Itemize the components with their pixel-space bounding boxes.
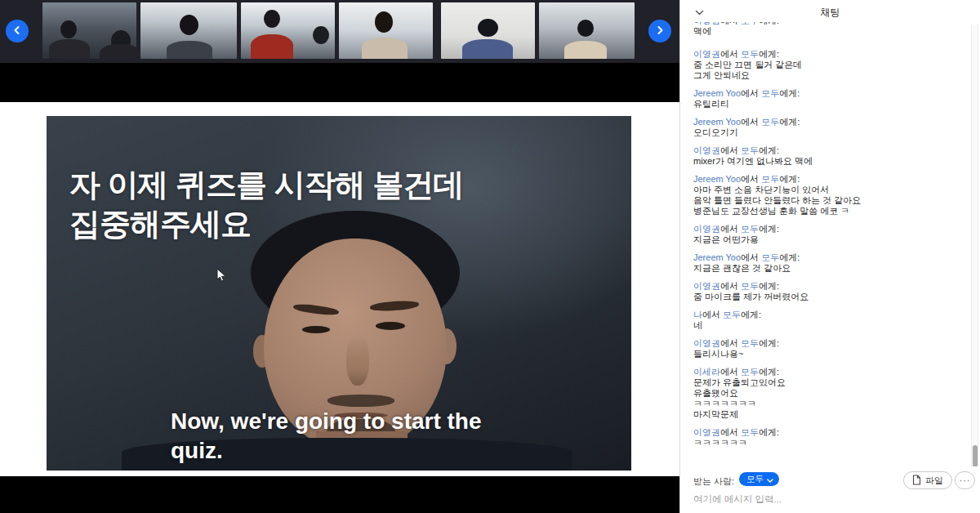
chat-message-header: Jereem Yoo에서 모두에게:	[693, 174, 955, 185]
chat-message-header: 이영권에서 모두에게:	[693, 145, 955, 156]
shared-screen-area: 자 이제 퀴즈를 시작해 볼건데 집중해주세요 Now, we're going…	[0, 102, 679, 476]
actor-eye-left	[302, 326, 330, 333]
chat-message: 이영권에서 모두에게:들리시나용~	[693, 338, 955, 359]
subtitle-korean-line1: 자 이제 퀴즈를 시작해 볼건데	[69, 165, 463, 204]
chat-message-input[interactable]	[693, 494, 938, 504]
chat-message-text: 줌 마이크를 제가 꺼버렸어요	[693, 292, 955, 302]
file-attach-button[interactable]: 파일	[903, 471, 952, 489]
sender-name: Jereem Yoo	[693, 88, 741, 98]
chat-header: 채팅	[680, 0, 980, 22]
chat-message-text: 병준님도 교장선생님 훈화 말씀 에코 ㅋ	[693, 206, 955, 216]
chat-footer: 받는 사람: 모두 파일 ···	[680, 466, 980, 513]
chat-panel: 채팅 이영권에서 모두에게:맥에이영권에서 모두에게:줌 소리만 끄면 될거 같…	[679, 0, 980, 513]
mouse-cursor	[216, 268, 227, 286]
zoom-meeting-window: 자 이제 퀴즈를 시작해 볼건데 집중해주세요 Now, we're going…	[0, 0, 980, 513]
recipient-name: 모두	[741, 338, 759, 348]
chat-message-text: ㅋㅋㅋㅋㅋㅋ	[693, 438, 955, 448]
next-participants-button[interactable]	[648, 20, 671, 42]
sender-name: 이영권	[693, 224, 720, 234]
recipient-name: 모두	[761, 88, 779, 98]
chat-message-text: 오디오기기	[693, 127, 955, 138]
chat-message: 이영권에서 모두에게:ㅋㅋㅋㅋㅋㅋ	[693, 427, 955, 448]
chat-message-header: Jereem Yoo에서 모두에게:	[693, 117, 955, 127]
subtitle-english-line2: quiz.	[171, 436, 482, 466]
chat-message-text: 줌 소리만 끄면 될거 같은데	[693, 60, 955, 70]
sender-name: Jereem Yoo	[693, 174, 741, 184]
chat-message: 이영권에서 모두에게:줌 소리만 끄면 될거 같은데그게 안되네요	[693, 49, 955, 81]
chat-message-text: 지금은 괜찮은 것 같아요	[693, 263, 955, 274]
chat-message: 나에서 모두에게:네	[693, 310, 955, 331]
chat-message-text: 지금은 어떤가용	[693, 234, 955, 245]
chat-message-text: 유틸리티	[693, 99, 955, 109]
chat-message-header: 이영권에서 모두에게:	[693, 338, 955, 349]
chevron-right-icon	[655, 25, 665, 38]
sender-name: Jereem Yoo	[693, 117, 741, 127]
chat-scrollbar-track[interactable]	[971, 25, 978, 470]
participant-video-thumbnail[interactable]	[441, 2, 535, 59]
sender-name: 나	[693, 310, 702, 319]
subtitle-korean-line2: 집중해주세요	[69, 204, 463, 243]
chat-message-text: 들리시나용~	[693, 349, 955, 359]
chat-message: Jereem Yoo에서 모두에게:아마 주변 소음 차단기능이 있어서음악 틀…	[693, 174, 955, 216]
recipient-name: 모두	[741, 145, 759, 155]
chat-message-list: 이영권에서 모두에게:맥에이영권에서 모두에게:줌 소리만 끄면 될거 같은데그…	[693, 21, 955, 466]
recipient-name: 모두	[761, 174, 779, 184]
chat-message: Jereem Yoo에서 모두에게:오디오기기	[693, 117, 955, 138]
participant-video-thumbnail[interactable]	[42, 2, 136, 59]
sender-name: Jereem Yoo	[693, 252, 741, 262]
subtitle-english-line1: Now, we're going to start the	[171, 407, 482, 436]
chat-message-header: 이영권에서 모두에게:	[693, 281, 955, 292]
chat-message-text: 음악 틀면 들렸다 안들렸다 하는 것 같아요	[693, 195, 955, 206]
video-panel: 자 이제 퀴즈를 시작해 볼건데 집중해주세요 Now, we're going…	[0, 0, 679, 513]
chat-scrollbar-thumb[interactable]	[973, 445, 978, 467]
chat-message-header: 이영권에서 모두에게:	[693, 427, 955, 438]
recipient-label: 받는 사람:	[693, 475, 734, 488]
recipient-dropdown[interactable]: 모두	[739, 472, 779, 486]
participant-video-thumbnail[interactable]	[140, 2, 237, 59]
chat-message-header: 나에서 모두에게:	[693, 310, 955, 320]
chat-message-text: 그게 안되네요	[693, 70, 955, 81]
sender-name: 이세라	[693, 367, 720, 377]
letterbox-bottom	[0, 476, 679, 513]
actor-eye-right	[376, 322, 405, 330]
letterbox-top	[0, 63, 679, 102]
sender-name: 이영권	[693, 145, 720, 155]
recipient-name: 모두	[741, 49, 759, 59]
sender-name: 이영권	[693, 427, 720, 437]
chat-message: 이영권에서 모두에게:맥에	[693, 21, 955, 37]
participant-video-thumbnail[interactable]	[339, 2, 433, 59]
chat-message-text: 아마 주변 소음 차단기능이 있어서	[693, 185, 955, 195]
recipient-name: 모두	[741, 367, 759, 377]
shared-video-content: 자 이제 퀴즈를 시작해 볼건데 집중해주세요 Now, we're going…	[47, 116, 631, 471]
chevron-left-icon	[12, 25, 22, 38]
sender-name: 이영권	[693, 49, 720, 59]
sender-name: 이영권	[693, 338, 720, 348]
chat-message-header: Jereem Yoo에서 모두에게:	[693, 252, 955, 263]
chat-message-header: 이영권에서 모두에게:	[693, 224, 955, 234]
chat-message: 이영권에서 모두에게:mixer가 여기엔 없나봐요 맥에	[693, 145, 955, 167]
more-options-button[interactable]: ···	[955, 471, 975, 489]
participant-video-thumbnail[interactable]	[241, 2, 335, 59]
actor-mustache	[327, 395, 394, 407]
chat-message: Jereem Yoo에서 모두에게:유틸리티	[693, 88, 955, 109]
chat-message: 이영권에서 모두에게:줌 마이크를 제가 꺼버렸어요	[693, 281, 955, 302]
participant-video-thumbnail[interactable]	[539, 2, 635, 59]
actor-nose	[346, 335, 369, 386]
recipient-name: 모두	[761, 252, 779, 262]
previous-participants-button[interactable]	[6, 20, 29, 42]
chat-message-text: 네	[693, 320, 955, 331]
document-icon	[912, 475, 921, 487]
recipient-name: 모두	[741, 427, 759, 437]
chat-message-text: mixer가 여기엔 없나봐요 맥에	[693, 156, 955, 167]
chat-message-text: 유출됐어요	[693, 388, 955, 399]
recipient-name: 모두	[741, 224, 759, 234]
subtitle-english: Now, we're going to start the quiz.	[171, 407, 482, 466]
recipient-name: 모두	[723, 310, 741, 319]
chat-message-text: ㅋㅋㅋㅋㅋㅋㅋ	[693, 399, 955, 409]
recipient-value: 모두	[746, 474, 764, 485]
participant-filmstrip	[0, 0, 679, 63]
subtitle-korean: 자 이제 퀴즈를 시작해 볼건데 집중해주세요	[69, 165, 463, 243]
recipient-name: 모두	[761, 117, 779, 127]
chat-message-text: 마지막문제	[693, 409, 955, 420]
chevron-down-icon	[767, 475, 773, 484]
